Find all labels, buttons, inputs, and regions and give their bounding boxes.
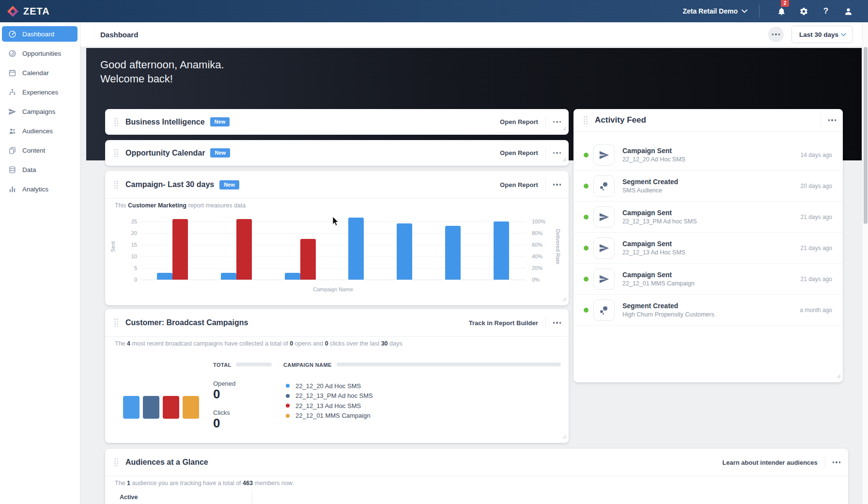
calendar-icon	[8, 68, 16, 77]
resize-handle[interactable]	[562, 432, 567, 441]
feed-item-title: Segment Created	[622, 178, 678, 186]
sidebar-item-label: Experiences	[22, 89, 58, 96]
brand-logo[interactable]: ZETA	[0, 5, 50, 17]
sidebar-item-content[interactable]: Content	[2, 142, 78, 158]
divider	[825, 456, 825, 469]
notifications-button[interactable]: 2	[775, 5, 788, 17]
resize-handle[interactable]	[562, 155, 567, 164]
resize-handle[interactable]	[837, 372, 841, 380]
sidebar-item-analytics[interactable]: Analytics	[2, 181, 78, 197]
text-fragment: report measures data	[186, 202, 246, 209]
activity-feed-item[interactable]: Campaign Sent22_12_13 Ad Hoc SMS21 days …	[574, 233, 843, 264]
experiences-icon	[8, 88, 16, 96]
activity-feed-item[interactable]: Segment CreatedHigh Churn Propensity Cus…	[574, 295, 843, 326]
text-fragment: members now.	[253, 480, 294, 487]
page-header-bar: Dashboard Last 30 days	[80, 22, 862, 47]
user-menu-button[interactable]	[842, 5, 854, 17]
feed-item-timestamp: a month ago	[800, 307, 832, 314]
card-menu-button[interactable]	[828, 119, 836, 121]
sidebar-item-campaigns[interactable]: Campaigns	[2, 104, 78, 119]
campaign-chart-plot	[140, 217, 526, 280]
drag-handle-icon[interactable]	[583, 116, 588, 125]
clicks-label: Clicks	[213, 409, 230, 416]
status-dot-icon	[584, 184, 589, 189]
hero-greeting-line2: Welcome back!	[100, 72, 224, 86]
activity-feed-item[interactable]: Campaign Sent22_12_01 MMS Campaign21 day…	[574, 264, 843, 295]
bar-blue	[285, 273, 300, 280]
campaign-name-header-bar	[337, 362, 561, 366]
drag-handle-icon[interactable]	[114, 318, 119, 327]
activity-feed-item[interactable]: Campaign Sent22_12_13_PM Ad hoc SMS21 da…	[574, 202, 843, 233]
bar-group	[221, 219, 252, 280]
sidebar-item-calendar[interactable]: Calendar	[2, 65, 78, 80]
legend-dot-icon	[286, 384, 290, 388]
workspace-selector[interactable]: Zeta Retail Demo	[682, 7, 747, 15]
sidebar-item-dashboard[interactable]: Dashboard	[2, 26, 78, 42]
scrollbar-thumb[interactable]	[864, 47, 868, 224]
track-in-report-builder-link[interactable]: Track in Report Builder	[469, 319, 538, 327]
legend-item: 22_12_13_PM Ad hoc SMS	[286, 391, 373, 401]
drag-handle-icon[interactable]	[114, 118, 119, 126]
page-more-button[interactable]	[768, 27, 784, 42]
divider	[545, 178, 546, 191]
date-range-select[interactable]: Last 30 days	[791, 26, 852, 43]
open-report-link[interactable]: Open Report	[500, 118, 538, 126]
card-menu-button[interactable]	[553, 152, 561, 154]
card-menu-button[interactable]	[553, 322, 561, 323]
sidebar-item-audiences[interactable]: Audiences	[2, 123, 78, 139]
campaign-name-column-header: CAMPAIGN NAME	[283, 362, 332, 368]
sidebar-item-label: Dashboard	[22, 31, 54, 38]
drag-handle-icon[interactable]	[114, 149, 119, 158]
resize-handle[interactable]	[562, 295, 567, 303]
bar-group	[348, 218, 364, 280]
card-title: Opportunity Calendar	[125, 149, 205, 158]
status-dot-icon	[584, 308, 589, 313]
segment-created-icon	[593, 175, 615, 197]
status-dot-icon	[584, 153, 589, 158]
user-icon	[844, 7, 853, 16]
hero-greeting-line1: Good afternoon, Anamika.	[100, 58, 224, 72]
legend-label: 22_12_13_PM Ad hoc SMS	[295, 392, 373, 399]
bar-red	[236, 219, 252, 280]
card-menu-button[interactable]	[833, 461, 840, 463]
chart-description: This Customer Marketing report measures …	[115, 202, 246, 209]
sidebar-item-experiences[interactable]: Experiences	[2, 84, 78, 100]
feed-item-timestamp: 21 days ago	[801, 276, 832, 283]
y-tick-right: 100%	[532, 219, 551, 224]
activity-feed-item[interactable]: Campaign Sent22_12_20 Ad Hoc SMS14 days …	[574, 140, 843, 171]
feed-item-subtitle: 22_12_13 Ad Hoc SMS	[622, 249, 685, 256]
bar-group	[157, 219, 188, 280]
feed-item-timestamp: 20 days ago	[801, 183, 832, 189]
bar-group	[445, 226, 461, 280]
status-dot-icon	[584, 246, 589, 251]
analytics-icon	[8, 185, 16, 193]
text-fragment: The	[115, 480, 127, 487]
help-button[interactable]: ?	[820, 5, 832, 17]
bar-blue	[221, 273, 236, 280]
drag-handle-icon[interactable]	[114, 458, 119, 467]
y-tick-left: 25	[118, 219, 137, 224]
card-menu-button[interactable]	[553, 184, 561, 185]
open-report-link[interactable]: Open Report	[500, 149, 538, 157]
open-report-link[interactable]: Open Report	[500, 181, 538, 189]
y-tick-left: 5	[118, 265, 137, 271]
feed-item-timestamp: 21 days ago	[801, 245, 832, 252]
opened-label: Opened	[213, 380, 235, 387]
drag-handle-icon[interactable]	[114, 180, 119, 189]
campaign-chart: Sent Delivered Rate Campaign Name 25100%…	[105, 213, 569, 302]
card-title: Customer: Broadcast Campaigns	[125, 318, 248, 327]
bar-blue	[348, 218, 364, 280]
sidebar-item-opportunities[interactable]: Opportunities	[2, 46, 78, 61]
settings-button[interactable]	[797, 5, 810, 17]
card-menu-button[interactable]	[553, 121, 561, 123]
sidebar-item-data[interactable]: Data	[2, 162, 78, 177]
bar-group	[285, 239, 316, 280]
feed-item-timestamp: 21 days ago	[801, 214, 832, 220]
activity-feed-item[interactable]: Segment CreatedSMS Audience20 days ago	[574, 171, 843, 202]
card-title: Audiences at a Glance	[125, 458, 208, 467]
learn-about-intender-audiences-link[interactable]: Learn about intender audiences	[722, 459, 818, 466]
chevron-down-icon	[841, 33, 846, 36]
emphasized-text: 4	[127, 340, 130, 347]
hero-greeting: Good afternoon, Anamika. Welcome back!	[100, 58, 224, 86]
resize-handle[interactable]	[562, 124, 567, 133]
